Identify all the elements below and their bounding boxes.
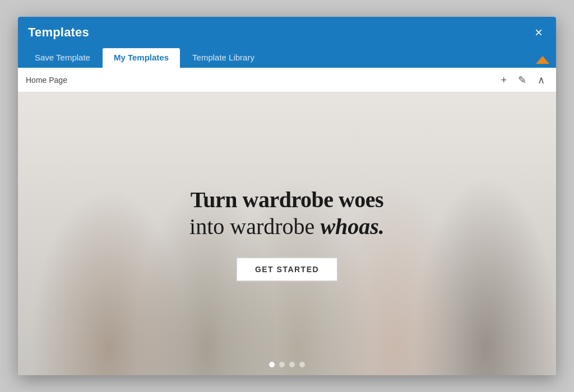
content-toolbar: Home Page + ✎ ∧ [18, 68, 556, 92]
carousel-dot-2[interactable] [279, 362, 285, 367]
content-area: Turn wardrobe woes into wardrobe whoas. … [18, 92, 556, 375]
arrow-indicator-container: ∧ [534, 73, 548, 87]
templates-dialog: Templates × Save Template My Templates T… [18, 17, 556, 375]
carousel-dot-1[interactable] [269, 362, 275, 367]
hero-line2-prefix: into wardrobe [189, 214, 320, 239]
hero-line2-italic: whoas. [320, 214, 385, 239]
carousel-dot-4[interactable] [299, 362, 305, 367]
tab-my-templates[interactable]: My Templates [103, 48, 180, 68]
close-button[interactable]: × [531, 25, 546, 40]
hero-overlay: Turn wardrobe woes into wardrobe whoas. … [18, 92, 556, 375]
get-started-button[interactable]: GET STARTED [236, 257, 338, 282]
tab-save-template[interactable]: Save Template [24, 48, 101, 68]
hero-line2: into wardrobe whoas. [189, 213, 385, 240]
add-button[interactable]: + [497, 73, 510, 87]
hero-image: Turn wardrobe woes into wardrobe whoas. … [18, 92, 556, 375]
tab-template-library[interactable]: Template Library [181, 48, 266, 68]
arrow-up-icon [536, 56, 549, 64]
toolbar-actions: + ✎ ∧ [497, 73, 548, 87]
tabs-bar: Save Template My Templates Template Libr… [18, 48, 556, 68]
collapse-button[interactable]: ∧ [534, 73, 548, 87]
hero-line1: Turn wardrobe woes [189, 186, 385, 213]
carousel-dots [269, 362, 305, 367]
carousel-dot-3[interactable] [289, 362, 295, 367]
hero-text: Turn wardrobe woes into wardrobe whoas. [189, 186, 385, 240]
dialog-title: Templates [28, 25, 89, 40]
edit-button[interactable]: ✎ [515, 73, 530, 87]
page-label: Home Page [26, 76, 67, 85]
dialog-header: Templates × [18, 17, 556, 48]
